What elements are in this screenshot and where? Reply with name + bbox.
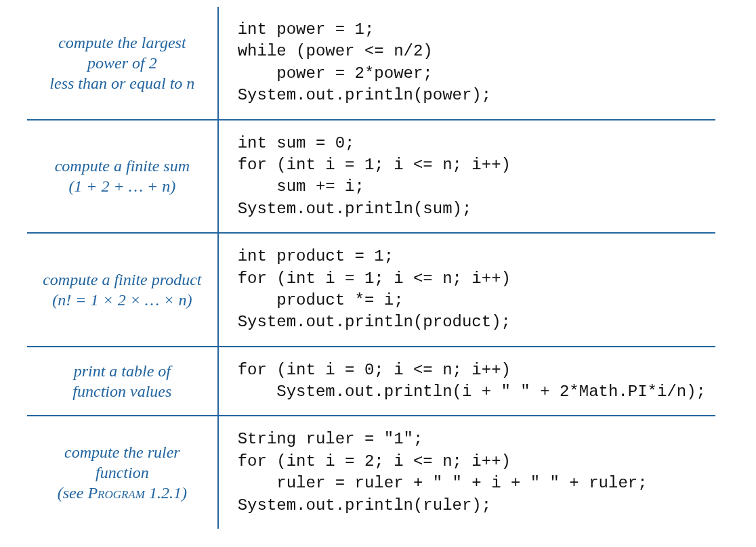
code-snippet: String ruler = "1"; for (int i = 2; i <=… bbox=[238, 429, 706, 517]
description-cell: compute the ruler function(see Program 1… bbox=[27, 416, 218, 529]
examples-table: compute the largestpower of 2less than o… bbox=[27, 7, 715, 529]
description-text: compute a finite sum(1 + 2 + … + n) bbox=[37, 156, 208, 196]
description-cell: compute the largestpower of 2less than o… bbox=[27, 7, 218, 120]
code-cell: String ruler = "1"; for (int i = 2; i <=… bbox=[218, 416, 715, 529]
description-text: compute the largestpower of 2less than o… bbox=[37, 32, 208, 93]
table-row: compute the largestpower of 2less than o… bbox=[27, 7, 715, 120]
description-cell: print a table offunction values bbox=[27, 347, 218, 416]
code-snippet: int product = 1; for (int i = 1; i <= n;… bbox=[238, 246, 706, 334]
code-cell: int product = 1; for (int i = 1; i <= n;… bbox=[218, 233, 715, 347]
code-cell: int sum = 0; for (int i = 1; i <= n; i++… bbox=[218, 120, 715, 234]
code-cell: for (int i = 0; i <= n; i++) System.out.… bbox=[218, 347, 715, 416]
description-text: compute the ruler function(see Program 1… bbox=[37, 442, 208, 503]
description-text: compute a finite product(n! = 1 × 2 × … … bbox=[37, 269, 208, 310]
description-text: print a table offunction values bbox=[37, 361, 208, 401]
code-snippet: int power = 1; while (power <= n/2) powe… bbox=[238, 19, 706, 107]
page: compute the largestpower of 2less than o… bbox=[0, 0, 756, 542]
description-cell: compute a finite product(n! = 1 × 2 × … … bbox=[27, 233, 218, 347]
table-row: print a table offunction values for (int… bbox=[27, 347, 715, 416]
code-snippet: int sum = 0; for (int i = 1; i <= n; i++… bbox=[238, 133, 706, 221]
table-row: compute a finite product(n! = 1 × 2 × … … bbox=[27, 233, 715, 347]
table-row: compute a finite sum(1 + 2 + … + n) int … bbox=[27, 120, 715, 234]
table-row: compute the ruler function(see Program 1… bbox=[27, 416, 715, 529]
code-snippet: for (int i = 0; i <= n; i++) System.out.… bbox=[238, 359, 706, 403]
description-cell: compute a finite sum(1 + 2 + … + n) bbox=[27, 120, 218, 234]
code-cell: int power = 1; while (power <= n/2) powe… bbox=[218, 7, 715, 120]
